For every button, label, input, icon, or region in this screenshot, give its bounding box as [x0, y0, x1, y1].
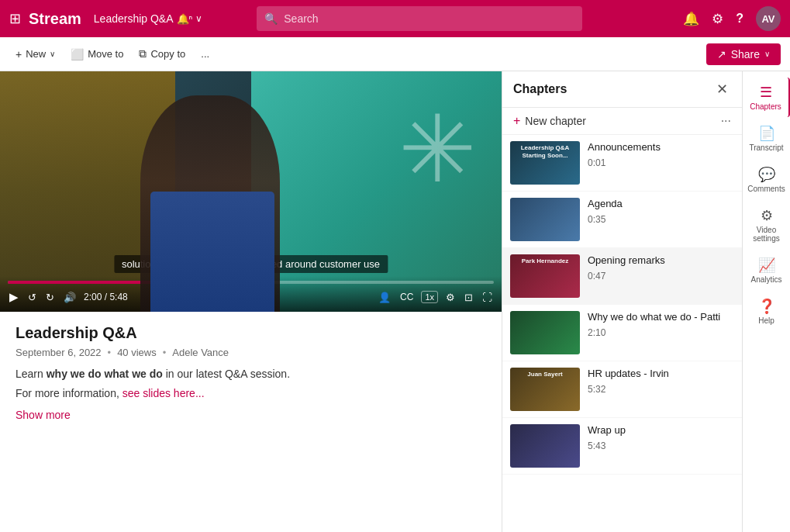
fullscreen-button[interactable]: ⛶ [481, 290, 494, 305]
captions-button[interactable]: CC [398, 290, 415, 304]
chapter-more-button[interactable]: ··· [721, 114, 731, 128]
chapter-name: Opening remarks [588, 254, 734, 268]
sidebar-icon-analytics[interactable]: 📈 Analytics [743, 250, 790, 290]
chapter-thumbnail [510, 424, 580, 468]
chapter-info: Wrap up 5:43 [588, 424, 734, 451]
thumb-bg [510, 424, 580, 468]
thumb-bg: Park Hernandez [510, 254, 580, 298]
thumb-text: Leadership Q&A Starting Soon... [513, 144, 577, 159]
video-player[interactable]: ✳ solution oriented approach centered ar… [0, 71, 502, 312]
video-description-extra: For more information, see slides here... [16, 387, 486, 399]
video-author: Adele Vance [172, 347, 229, 358]
share-button[interactable]: ↗ Share ∨ [706, 43, 781, 65]
plus-icon: + [16, 48, 22, 60]
share-icon: ↗ [717, 48, 726, 60]
more-button[interactable]: ... [195, 45, 216, 63]
chapter-item[interactable]: Why we do what we do - Patti 2:10 [502, 305, 742, 361]
sidebar-icon-comments[interactable]: 💬 Comments [743, 160, 790, 199]
gear-button[interactable]: ⚙ [444, 290, 457, 305]
notifications-icon[interactable]: 🔔 [683, 11, 699, 27]
new-chapter-button[interactable]: + New chapter [513, 114, 586, 128]
new-chapter-row: + New chapter ··· [502, 108, 742, 135]
chapter-info: Opening remarks 0:47 [588, 254, 734, 282]
separator-dot-2: • [163, 347, 167, 358]
follow-icon: 🔔ⁿ [177, 13, 193, 25]
new-button[interactable]: + New ∨ [9, 45, 61, 64]
chevron-down-icon: ∨ [50, 50, 55, 58]
move-to-button[interactable]: ⬜ Move to [64, 45, 129, 64]
people-icon-button[interactable]: 👤 [377, 290, 392, 305]
chapter-time: 0:47 [588, 271, 734, 282]
chapters-title: Chapters [513, 82, 567, 96]
app-name: Stream [29, 10, 81, 28]
nav-right-icons: 🔔 ⚙ ? AV [683, 6, 781, 31]
main-content: ✳ solution oriented approach centered ar… [0, 71, 790, 532]
chapter-name: HR updates - Irvin [588, 368, 734, 381]
mini-player-button[interactable]: ⊡ [463, 290, 474, 305]
video-title: Leadership Q&A [16, 324, 486, 342]
thumb-bg [510, 198, 580, 241]
help-icon: ❓ [758, 298, 775, 315]
search-bar[interactable]: 🔍 [257, 6, 582, 31]
search-input[interactable] [284, 12, 574, 25]
video-meta: September 6, 2022 • 40 views • Adele Van… [16, 347, 486, 358]
chapters-panel: Chapters ✕ + New chapter ··· Leadership … [502, 71, 742, 532]
chapter-thumbnail: Juan Sayert [510, 368, 580, 411]
forward-button[interactable]: ↻ [44, 290, 56, 305]
chapter-info: Why we do what we do - Patti 2:10 [588, 311, 734, 338]
thumb-text: Park Hernandez [513, 257, 577, 265]
show-more-button[interactable]: Show more [16, 409, 71, 421]
thumb-bg: Juan Sayert [510, 368, 580, 411]
help-icon[interactable]: ? [736, 12, 743, 26]
sidebar-icon-chapters[interactable]: ☰ Chapters [743, 78, 790, 117]
chapter-item[interactable]: Leadership Q&A Starting Soon... Announce… [502, 135, 742, 192]
chapter-item[interactable]: Agenda 0:35 [502, 192, 742, 248]
chapters-header: Chapters ✕ [502, 71, 742, 108]
share-chevron-icon: ∨ [764, 50, 770, 58]
chapter-item[interactable]: Juan Sayert HR updates - Irvin 5:32 [502, 361, 742, 418]
top-nav: ⊞ Stream Leadership Q&A 🔔ⁿ ∨ 🔍 🔔 ⚙ ? AV [0, 0, 790, 37]
thumb-bg: Leadership Q&A Starting Soon... [510, 141, 580, 185]
sidebar-icon-video-settings[interactable]: ⚙ Video settings [743, 201, 790, 249]
controls-right: 👤 CC 1x ⚙ ⊡ ⛶ [377, 290, 494, 305]
copy-to-button[interactable]: ⧉ Copy to [133, 44, 191, 64]
toolbar: + New ∨ ⬜ Move to ⧉ Copy to ... ↗ Share … [0, 37, 790, 71]
chapter-info: Announcements 0:01 [588, 141, 734, 168]
chapter-thumbnail: Leadership Q&A Starting Soon... [510, 141, 580, 185]
video-settings-label: Video settings [746, 226, 787, 243]
chapter-name: Wrap up [588, 424, 734, 437]
settings-icon[interactable]: ⚙ [712, 11, 723, 27]
sidebar-icon-help[interactable]: ❓ Help [743, 292, 790, 331]
chapter-time: 5:43 [588, 440, 734, 451]
comments-icon: 💬 [758, 166, 775, 183]
chapter-name: Announcements [588, 141, 734, 154]
sidebar-icon-transcript[interactable]: 📄 Transcript [743, 119, 790, 158]
volume-button[interactable]: 🔊 [62, 290, 78, 305]
rewind-button[interactable]: ↺ [26, 290, 38, 305]
chapter-time: 5:32 [588, 384, 734, 395]
chapter-time: 0:01 [588, 157, 734, 168]
transcript-icon: 📄 [758, 125, 775, 142]
grid-icon[interactable]: ⊞ [9, 10, 21, 27]
breadcrumb: Leadership Q&A 🔔ⁿ ∨ [94, 12, 202, 25]
close-chapters-button[interactable]: ✕ [713, 79, 731, 99]
play-button[interactable]: ▶ [8, 288, 20, 306]
chapter-name: Why we do what we do - Patti [588, 311, 734, 324]
video-date: September 6, 2022 [16, 347, 102, 358]
chapter-item[interactable]: Park Hernandez Opening remarks 0:47 [502, 248, 742, 305]
speed-button[interactable]: 1x [421, 291, 438, 303]
thumb-text: Juan Sayert [513, 371, 577, 378]
chapter-name: Agenda [588, 198, 734, 211]
chapters-label: Chapters [750, 102, 781, 111]
move-icon: ⬜ [71, 48, 84, 60]
chapter-thumbnail [510, 198, 580, 241]
plus-icon: + [513, 114, 520, 128]
slides-link[interactable]: see slides here... [122, 387, 205, 399]
chapter-item[interactable]: Wrap up 5:43 [502, 418, 742, 475]
video-description: Learn why we do what we do in our latest… [16, 366, 486, 382]
avatar[interactable]: AV [756, 6, 781, 31]
chevron-icon[interactable]: ∨ [195, 13, 202, 24]
video-area: ✳ solution oriented approach centered ar… [0, 71, 502, 532]
transcript-label: Transcript [749, 143, 783, 152]
chapter-thumbnail: Park Hernandez [510, 254, 580, 298]
